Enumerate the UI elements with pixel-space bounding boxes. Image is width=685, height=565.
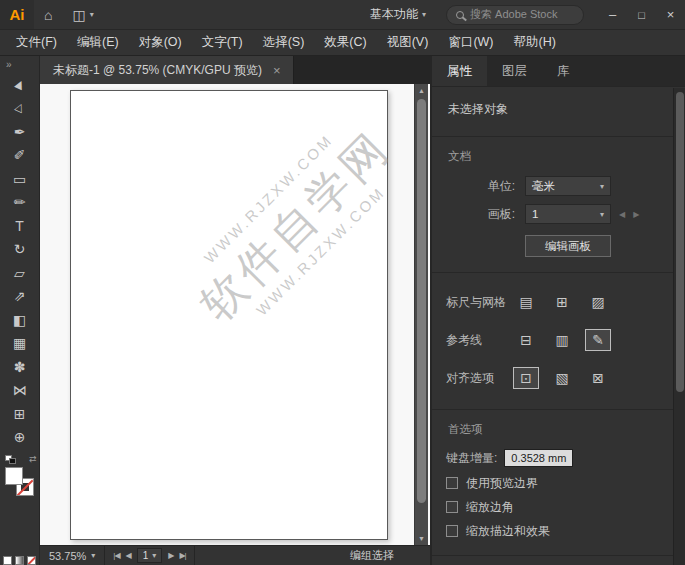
- next-artboard-icon[interactable]: ▶: [633, 210, 639, 219]
- document-section: 文档 单位: 毫米 ▾ 画板: 1 ▾: [432, 137, 685, 273]
- chevron-down-icon: ▾: [91, 551, 95, 560]
- snap-to-pixel-icon[interactable]: ⊠: [585, 367, 611, 389]
- scale-strokes-effects-checkbox[interactable]: [446, 525, 458, 537]
- width-tool[interactable]: ⋈: [5, 378, 35, 402]
- type-tool[interactable]: T: [5, 214, 35, 238]
- menu-select[interactable]: 选择(S): [253, 34, 315, 51]
- maximize-button[interactable]: □: [627, 0, 656, 29]
- arrange-documents-button[interactable]: ◫ ▾: [62, 0, 103, 29]
- artboard-dropdown[interactable]: 1 ▾: [525, 204, 611, 224]
- home-button[interactable]: ⌂: [34, 0, 62, 29]
- blend-tool[interactable]: ✽: [5, 355, 35, 379]
- panel-scrollbar-thumb[interactable]: [676, 92, 684, 392]
- default-stroke-icon: [9, 458, 16, 464]
- swap-fill-stroke-button[interactable]: ⇄: [29, 454, 37, 464]
- gradient-tool[interactable]: ◧: [5, 308, 35, 332]
- stock-search-input[interactable]: 搜索 Adobe Stock: [446, 5, 584, 25]
- edit-artboard-button[interactable]: 编辑画板: [525, 235, 611, 257]
- use-preview-bounds-label: 使用预览边界: [466, 475, 538, 492]
- scale-tool[interactable]: ⇗: [5, 284, 35, 308]
- mesh-tool[interactable]: ▦: [5, 331, 35, 355]
- rotate-tool[interactable]: ↻: [5, 237, 35, 261]
- document-tab-bar: 未标题-1 @ 53.75% (CMYK/GPU 预览) ×: [40, 56, 430, 84]
- next-artboard-button[interactable]: ▶: [168, 551, 173, 560]
- previous-artboard-icon[interactable]: ◀: [619, 210, 625, 219]
- toolbar-collapse-button[interactable]: »: [0, 56, 39, 73]
- unit-dropdown[interactable]: 毫米 ▾: [525, 176, 611, 196]
- lock-guides-icon[interactable]: ▥: [549, 329, 575, 351]
- grid-icon[interactable]: ⊞: [549, 291, 575, 313]
- minimize-button[interactable]: –: [598, 0, 627, 29]
- selection-tool[interactable]: ▶: [5, 73, 35, 97]
- close-button[interactable]: ×: [656, 0, 685, 29]
- keyboard-increment-input[interactable]: 0.3528 mm: [504, 449, 573, 467]
- document-tab[interactable]: 未标题-1 @ 53.75% (CMYK/GPU 预览) ×: [40, 56, 294, 84]
- artboard-label: 画板:: [488, 206, 515, 223]
- scale-corners-checkbox[interactable]: [446, 501, 458, 513]
- pencil-tool-icon: ✏: [14, 194, 26, 210]
- panel-tab-bar: 属性 图层 库: [432, 56, 685, 87]
- ruler-icon[interactable]: ▤: [513, 291, 539, 313]
- zoom-tool[interactable]: ⊕: [5, 425, 35, 449]
- blend-tool-icon: ✽: [14, 359, 26, 375]
- workspace-switcher[interactable]: 基本功能 ▾: [360, 0, 436, 29]
- vertical-scrollbar[interactable]: ▲ ▼: [414, 84, 428, 545]
- first-artboard-button[interactable]: |◀: [113, 551, 119, 560]
- tab-layers[interactable]: 图层: [487, 56, 542, 86]
- pencil-tool[interactable]: ✏: [5, 190, 35, 214]
- close-tab-icon[interactable]: ×: [273, 63, 281, 78]
- color-mode-button[interactable]: [3, 556, 12, 565]
- width-tool-icon: ⋈: [13, 382, 27, 398]
- direct-selection-tool[interactable]: ▷: [5, 96, 35, 120]
- gradient-mode-button[interactable]: [15, 556, 24, 565]
- panel-content: 未选择对象 文档 单位: 毫米 ▾ 画板:: [432, 87, 685, 565]
- curvature-tool-icon: ✐: [14, 147, 26, 163]
- curvature-tool[interactable]: ✐: [5, 143, 35, 167]
- edit-guides-icon[interactable]: ✎: [585, 329, 611, 351]
- menu-view[interactable]: 视图(V): [377, 34, 439, 51]
- artboard-number-dropdown[interactable]: 1 ▾: [137, 548, 163, 563]
- artboard-number-value: 1: [143, 550, 149, 561]
- tab-libraries[interactable]: 库: [542, 56, 585, 86]
- no-selection-label: 未选择对象: [432, 97, 685, 124]
- show-guides-icon[interactable]: ⊟: [513, 329, 539, 351]
- artboard-tool[interactable]: ⊞: [5, 402, 35, 426]
- fill-stroke-controls: ⇄: [4, 463, 36, 512]
- snap-to-point-icon[interactable]: ⊡: [513, 367, 539, 389]
- menu-help[interactable]: 帮助(H): [504, 34, 566, 51]
- app-logo[interactable]: Ai: [0, 0, 34, 29]
- preferences-section: 首选项 键盘增量: 0.3528 mm 使用预览边界 缩放边角: [432, 410, 685, 556]
- use-preview-bounds-checkbox[interactable]: [446, 477, 458, 489]
- last-artboard-button[interactable]: ▶|: [179, 551, 185, 560]
- menu-object[interactable]: 对象(O): [129, 34, 192, 51]
- menu-type[interactable]: 文字(T): [192, 34, 253, 51]
- menu-effect[interactable]: 效果(C): [314, 34, 376, 51]
- menu-window[interactable]: 窗口(W): [438, 34, 503, 51]
- vertical-scrollbar-thumb[interactable]: [417, 99, 426, 503]
- default-fill-stroke-button[interactable]: [5, 455, 17, 465]
- rectangle-tool[interactable]: ▭: [5, 167, 35, 191]
- tab-properties[interactable]: 属性: [432, 56, 487, 86]
- snap-options-row: 对齐选项 ⊡ ▧ ⊠: [432, 359, 685, 397]
- scroll-down-icon[interactable]: ▼: [415, 532, 428, 545]
- menu-edit[interactable]: 编辑(E): [67, 34, 129, 51]
- snap-to-grid-icon[interactable]: ▧: [549, 367, 575, 389]
- document-area: 未标题-1 @ 53.75% (CMYK/GPU 预览) × WWW.RJZXW…: [40, 56, 432, 565]
- scale-strokes-row: 缩放描边和效果: [432, 519, 685, 543]
- artboard[interactable]: [70, 90, 388, 540]
- previous-artboard-button[interactable]: ◀: [126, 551, 131, 560]
- artboard-tool-icon: ⊞: [14, 406, 26, 422]
- scroll-up-icon[interactable]: ▲: [415, 84, 428, 97]
- search-placeholder: 搜索 Adobe Stock: [470, 7, 557, 22]
- fill-color-swatch[interactable]: [5, 467, 23, 485]
- transparency-grid-icon[interactable]: ▨: [585, 291, 611, 313]
- panel-scrollbar[interactable]: [673, 88, 685, 565]
- status-tool-readout: 编组选择: [350, 548, 394, 563]
- eraser-tool[interactable]: ▱: [5, 261, 35, 285]
- zoom-level-dropdown[interactable]: 53.75% ▾: [40, 546, 105, 565]
- menu-file[interactable]: 文件(F): [6, 34, 67, 51]
- pen-tool[interactable]: ✒: [5, 120, 35, 144]
- none-mode-button[interactable]: [27, 556, 36, 565]
- workspace-label: 基本功能: [370, 6, 418, 23]
- canvas[interactable]: WWW.RJZXW.COM 软件自学网 WWW.RJZXW.COM ▲ ▼: [40, 84, 430, 545]
